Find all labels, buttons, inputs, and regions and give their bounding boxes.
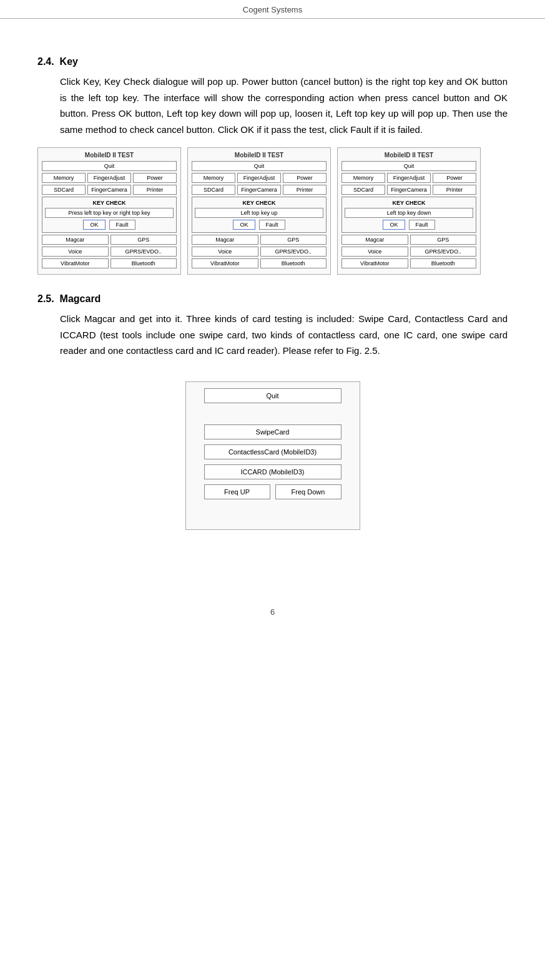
screen-1-sdcard[interactable]: SDCard [42,185,86,195]
section-25-title: 2.5. Magcard [37,293,508,305]
screen-1-vibratmotor[interactable]: VibratMotor [42,258,109,268]
screen-3-row4: Voice GPRS/EVDO.. [341,247,476,257]
magcard-contactless[interactable]: ContactlessCard (MobileID3) [204,444,341,459]
screen-1-quit[interactable]: Quit [42,161,177,171]
screen-3-quit[interactable]: Quit [341,161,476,171]
screen-3-row5: VibratMotor Bluetooth [341,258,476,268]
magcard-iccard[interactable]: ICCARD (MobileID3) [204,464,341,479]
screen-3-bluetooth[interactable]: Bluetooth [410,258,477,268]
page-number: 6 [0,607,545,617]
screen-2-bluetooth[interactable]: Bluetooth [260,258,327,268]
screen-1-bluetooth[interactable]: Bluetooth [110,258,177,268]
screen-1-row1: Memory FingerAdjust Power [42,173,177,183]
screen-3-vibratmotor[interactable]: VibratMotor [341,258,408,268]
magcard-screen-container: Quit SwipeCard ContactlessCard (MobileID… [37,371,508,542]
screen-2-gprs[interactable]: GPRS/EVDO.. [260,247,327,257]
screen-2-gps[interactable]: GPS [260,235,327,245]
screen-1-row2: SDCard FingerCamera Printer [42,185,177,195]
magcard-freq-row: Freq UP Freq Down [204,484,341,499]
screen-2-row4: Voice GPRS/EVDO.. [192,247,327,257]
screen-2-row3: Magcar GPS [192,235,327,245]
screen-3-sdcard[interactable]: SDCard [341,185,385,195]
screen-1-ok[interactable]: OK [83,220,105,230]
screen-2-keycheck-label: Left top key up [195,208,323,218]
screen-1: MobileID II TEST Quit Memory FingerAdjus… [37,147,181,275]
screen-1-keycheck-title: KEY CHECK [45,200,174,206]
screen-1-magcar[interactable]: Magcar [42,235,109,245]
screen-2-sdcard[interactable]: SDCard [192,185,235,195]
screen-2-voice[interactable]: Voice [192,247,258,257]
screen-1-row4: Voice GPRS/EVDO.. [42,247,177,257]
screen-2-printer[interactable]: Printer [283,185,327,195]
screen-3-gprs[interactable]: GPRS/EVDO.. [410,247,477,257]
screen-2-row5: VibratMotor Bluetooth [192,258,327,268]
screen-1-keycheck-section: KEY CHECK Press left top key or right to… [42,197,177,233]
header-title: Cogent Systems [243,5,302,14]
screen-3-memory[interactable]: Memory [341,173,385,183]
screen-1-okfault: OK Fault [45,220,174,230]
screen-3-ok[interactable]: OK [383,220,405,230]
screen-3-row2: SDCard FingerCamera Printer [341,185,476,195]
screen-3-row1: Memory FingerAdjust Power [341,173,476,183]
screen-1-fingeradjust[interactable]: FingerAdjust [87,173,131,183]
section-25-body: Click Magcar and get into it. Three kind… [60,311,508,359]
magcard-freq-up[interactable]: Freq UP [204,484,270,499]
screen-3-gps[interactable]: GPS [410,235,477,245]
screen-3-fingeradjust[interactable]: FingerAdjust [387,173,431,183]
page-content: 2.4. Key Click Key, Key Check dialogue w… [0,19,545,582]
screen-3-fault[interactable]: Fault [409,220,435,230]
screen-1-keycheck-label: Press left top key or right top key [45,208,174,218]
screen-2-quit[interactable]: Quit [192,161,327,171]
screen-2-memory[interactable]: Memory [192,173,235,183]
screen-1-fingercamera[interactable]: FingerCamera [87,185,131,195]
screen-2-fingercamera[interactable]: FingerCamera [237,185,281,195]
screen-3: MobileID II TEST Quit Memory FingerAdjus… [337,147,481,275]
screen-3-title: MobileID II TEST [341,152,476,159]
screen-2: MobileID II TEST Quit Memory FingerAdjus… [187,147,331,275]
screen-2-power[interactable]: Power [283,173,327,183]
magcard-swipe[interactable]: SwipeCard [204,424,341,439]
section-24-body: Click Key, Key Check dialogue will pop u… [60,74,508,137]
screen-2-fingeradjust[interactable]: FingerAdjust [237,173,281,183]
screen-1-printer[interactable]: Printer [133,185,177,195]
screen-1-gps[interactable]: GPS [110,235,177,245]
magcard-freq-down[interactable]: Freq Down [275,484,341,499]
section-25-heading: Magcard [60,293,101,304]
screen-3-printer[interactable]: Printer [433,185,476,195]
screen-2-ok[interactable]: OK [233,220,255,230]
section-24-title: 2.4. Key [37,56,508,67]
page-header: Cogent Systems [0,0,545,19]
screen-1-fault[interactable]: Fault [109,220,135,230]
section-24-text: Click Key, Key Check dialogue will pop u… [60,76,508,135]
screen-2-title: MobileID II TEST [192,152,327,159]
screen-1-memory[interactable]: Memory [42,173,86,183]
screen-3-keycheck-section: KEY CHECK Left top key down OK Fault [341,197,476,233]
screen-3-power[interactable]: Power [433,173,476,183]
screen-1-voice[interactable]: Voice [42,247,109,257]
screen-3-voice[interactable]: Voice [341,247,408,257]
screen-3-magcar[interactable]: Magcar [341,235,408,245]
section-24-label: 2.4. [37,56,54,67]
screen-1-title: MobileID II TEST [42,152,177,159]
magcard-screen: Quit SwipeCard ContactlessCard (MobileID… [185,381,360,530]
screen-2-row2: SDCard FingerCamera Printer [192,185,327,195]
screenshots-row: MobileID II TEST Quit Memory FingerAdjus… [37,147,508,275]
screen-2-vibratmotor[interactable]: VibratMotor [192,258,258,268]
screen-1-row3: Magcar GPS [42,235,177,245]
screen-3-keycheck-title: KEY CHECK [345,200,473,206]
screen-2-fault[interactable]: Fault [259,220,285,230]
screen-2-row1: Memory FingerAdjust Power [192,173,327,183]
screen-3-keycheck-label: Left top key down [345,208,473,218]
screen-3-okfault: OK Fault [345,220,473,230]
screen-2-keycheck-section: KEY CHECK Left top key up OK Fault [192,197,327,233]
screen-1-power[interactable]: Power [133,173,177,183]
magcard-quit[interactable]: Quit [204,388,341,403]
screen-2-okfault: OK Fault [195,220,323,230]
screen-1-row5: VibratMotor Bluetooth [42,258,177,268]
screen-3-fingercamera[interactable]: FingerCamera [387,185,431,195]
screen-1-gprs[interactable]: GPRS/EVDO.. [110,247,177,257]
screen-2-keycheck-title: KEY CHECK [195,200,323,206]
section-25-text: Click Magcar and get into it. Three kind… [60,313,508,356]
screen-2-magcar[interactable]: Magcar [192,235,258,245]
section-25-label: 2.5. [37,293,54,304]
